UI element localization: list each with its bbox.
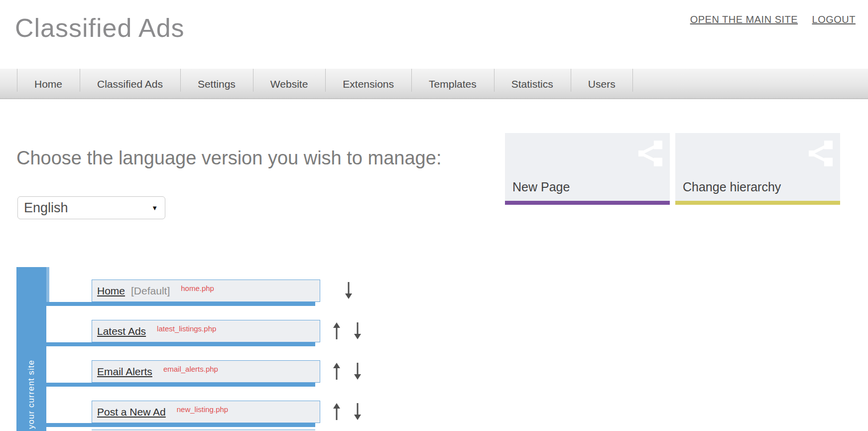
nav-item-website[interactable]: Website — [253, 69, 325, 98]
move-up-button[interactable] — [333, 322, 340, 339]
nav-item-statistics[interactable]: Statistics — [494, 69, 571, 98]
card-new-page[interactable]: New Page — [505, 133, 670, 205]
admin-page: Classified Ads OPEN THE MAIN SITE LOGOUT… — [0, 0, 868, 431]
nav-item-extensions[interactable]: Extensions — [325, 69, 411, 98]
tree-row-post-a-new-ad: Post a New Adnew_listing.php — [92, 401, 320, 423]
move-down-button[interactable] — [354, 363, 361, 380]
nav-item-templates[interactable]: Templates — [411, 69, 494, 98]
current-site-bar: your current site — [16, 267, 46, 431]
header-links: OPEN THE MAIN SITE LOGOUT — [678, 14, 856, 25]
nav-item-classified-ads[interactable]: Classified Ads — [80, 69, 180, 98]
page-link[interactable]: Email Alerts — [97, 366, 152, 377]
tree-connector — [46, 383, 315, 387]
page-filename: latest_listings.php — [157, 324, 216, 333]
language-select-value: English — [24, 200, 68, 216]
move-up-button[interactable] — [333, 363, 340, 380]
tree-connector — [46, 423, 315, 427]
nav-item-users[interactable]: Users — [571, 69, 633, 98]
move-down-button[interactable] — [354, 403, 361, 420]
sitemap-icon — [809, 141, 833, 166]
tree-trunk-connector — [46, 267, 49, 306]
card-label: New Page — [512, 180, 570, 194]
sitemap-icon — [638, 141, 662, 166]
page-link[interactable]: Post a New Ad — [97, 406, 166, 418]
nav-item-home[interactable]: Home — [17, 69, 80, 98]
app-logo: Classified Ads — [15, 13, 185, 43]
tree-row-latest-ads: Latest Adslatest_listings.php — [92, 320, 320, 342]
current-site-label: your current site — [26, 360, 36, 429]
tree-connector — [46, 302, 315, 306]
page-title: Choose the language version you wish to … — [16, 147, 441, 169]
open-main-site-link[interactable]: OPEN THE MAIN SITE — [690, 14, 798, 25]
card-label: Change hierarchy — [683, 180, 781, 194]
language-select[interactable]: English ▼ — [17, 196, 165, 219]
page-filename: email_alerts.php — [163, 365, 218, 373]
dropdown-arrow-icon: ▼ — [151, 204, 158, 212]
card-change-hierarchy[interactable]: Change hierarchy — [675, 133, 840, 205]
page-link[interactable]: Home — [97, 285, 125, 296]
tree-connector — [46, 342, 315, 346]
page-link[interactable]: Latest Ads — [97, 325, 146, 337]
tree-row-home: Home[Default]home.php — [92, 280, 320, 302]
page-filename: new_listing.php — [177, 405, 228, 414]
logout-link[interactable]: LOGOUT — [812, 14, 856, 25]
default-badge: [Default] — [131, 285, 170, 296]
move-up-button[interactable] — [333, 403, 340, 420]
nav-item-settings[interactable]: Settings — [180, 69, 253, 98]
page-filename: home.php — [181, 284, 214, 292]
move-down-button[interactable] — [354, 322, 361, 339]
tree-row-email-alerts: Email Alertsemail_alerts.php — [92, 360, 320, 383]
main-nav: HomeClassified AdsSettingsWebsiteExtensi… — [0, 69, 868, 99]
move-down-button[interactable] — [345, 282, 352, 299]
